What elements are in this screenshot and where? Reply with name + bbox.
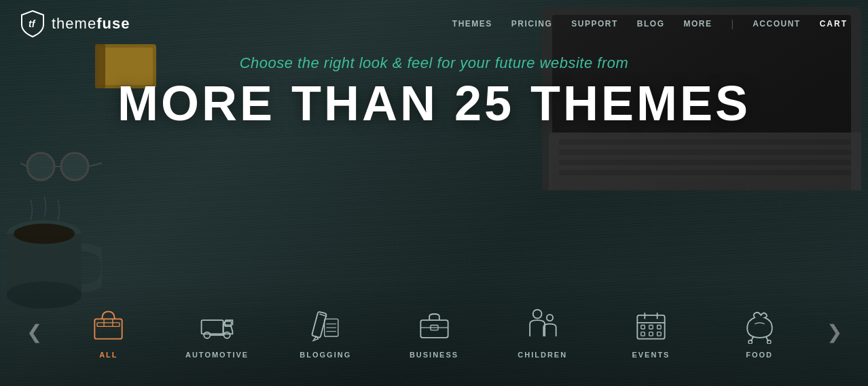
glasses-decoration xyxy=(20,150,102,186)
svg-rect-51 xyxy=(649,332,653,336)
food-label: FOOD xyxy=(746,351,773,359)
nav-more[interactable]: MORE xyxy=(684,19,712,29)
svg-rect-22 xyxy=(95,319,122,338)
category-section: ❮ ALL xyxy=(0,277,868,386)
category-automotive[interactable]: AUTOMOTIVE xyxy=(163,294,272,369)
svg-point-17 xyxy=(61,153,88,180)
svg-rect-50 xyxy=(641,332,645,336)
category-business[interactable]: BUSINESS xyxy=(380,294,488,369)
nav-support[interactable]: SUPPORT xyxy=(571,19,618,29)
navbar: tf themefuse THEMES PRICING SUPPORT BLOG… xyxy=(0,0,868,48)
category-children[interactable]: CHILDREN xyxy=(488,294,597,369)
svg-point-16 xyxy=(27,153,54,180)
nav-divider: | xyxy=(731,18,734,29)
svg-rect-47 xyxy=(641,325,645,329)
children-icon xyxy=(522,304,563,345)
events-icon xyxy=(630,304,671,345)
blogging-icon xyxy=(305,304,346,345)
svg-point-28 xyxy=(224,332,230,338)
category-events[interactable]: EVENTS xyxy=(597,294,706,369)
all-label: ALL xyxy=(99,351,117,359)
svg-rect-48 xyxy=(649,325,653,329)
all-icon xyxy=(88,304,129,345)
category-blogging[interactable]: BLOGGING xyxy=(271,294,380,369)
svg-point-40 xyxy=(533,309,542,318)
logo-text: themefuse xyxy=(52,15,130,33)
nav-themes[interactable]: THEMES xyxy=(452,19,492,29)
svg-point-12 xyxy=(14,224,75,244)
nav-blog[interactable]: BLOG xyxy=(637,19,665,29)
food-icon xyxy=(739,304,780,345)
children-label: CHILDREN xyxy=(518,351,567,359)
logo-shield-icon: tf xyxy=(20,10,45,37)
automotive-icon xyxy=(197,304,238,345)
categories-list: ALL AUTOMOTIV xyxy=(0,294,868,369)
nav-cart[interactable]: CART xyxy=(820,19,848,29)
svg-line-20 xyxy=(88,163,102,166)
svg-rect-26 xyxy=(202,320,223,334)
nav-links: THEMES PRICING SUPPORT BLOG MORE | ACCOU… xyxy=(452,18,848,29)
svg-rect-23 xyxy=(97,322,120,326)
nav-account[interactable]: ACCOUNT xyxy=(753,19,801,29)
svg-point-54 xyxy=(748,340,753,344)
blogging-label: BLOGGING xyxy=(300,351,351,359)
svg-text:tf: tf xyxy=(29,18,36,29)
events-label: EVENTS xyxy=(632,351,670,359)
category-food[interactable]: FOOD xyxy=(705,294,814,369)
business-icon xyxy=(414,304,454,345)
svg-line-19 xyxy=(20,163,27,166)
svg-rect-37 xyxy=(420,320,448,338)
svg-rect-52 xyxy=(657,332,662,336)
svg-point-56 xyxy=(767,340,771,344)
hero-content: Choose the right look & feel for your fu… xyxy=(0,54,868,128)
automotive-label: AUTOMOTIVE xyxy=(185,351,249,359)
logo[interactable]: tf themefuse xyxy=(20,10,130,37)
next-button[interactable]: ❯ xyxy=(820,318,848,345)
business-label: BUSINESS xyxy=(410,351,458,359)
svg-point-41 xyxy=(547,314,553,320)
hero-title: MORE THAN 25 THEMES xyxy=(117,79,751,128)
svg-rect-49 xyxy=(657,325,662,329)
hero-section: tf themefuse THEMES PRICING SUPPORT BLOG… xyxy=(0,0,868,386)
nav-pricing[interactable]: PRICING xyxy=(511,19,553,29)
svg-point-27 xyxy=(204,332,210,338)
category-all[interactable]: ALL xyxy=(54,294,163,369)
hero-subtitle: Choose the right look & feel for your fu… xyxy=(240,54,629,72)
prev-button[interactable]: ❮ xyxy=(20,318,48,345)
